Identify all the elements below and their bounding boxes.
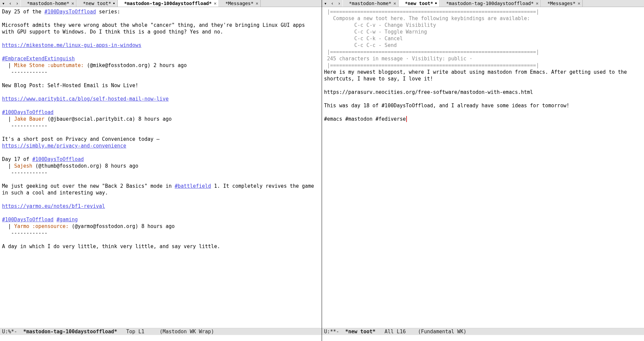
compose-rule: |=======================================… [324,8,642,15]
tab-close-icon[interactable]: × [254,0,258,7]
modeline-modes-r: (Fundamental WK) [418,328,467,335]
tab[interactable]: *mastodon-tag-100daystooffload*× [440,0,541,7]
tab[interactable]: *mastodon-tag-100daystooffload*× [118,0,219,7]
tab-scroll-right[interactable]: › [14,0,20,7]
modeline-position-r: All L16 [376,328,418,335]
hashtag[interactable]: #100DaysToOffload [44,9,96,15]
left-modeline: U:%*- *mastodon-tag-100daystooffload* To… [0,328,322,335]
compose-keybinding: C-c C-c - Send [324,42,642,49]
author-name[interactable]: Jake Bauer [14,116,44,122]
post-text: Day 17 of [2,156,32,162]
post-text: series: [96,9,120,15]
post-separator: ------------ [2,170,47,176]
right-modeline: U:**- *new toot* All L16 (Fundamental WK… [322,328,644,335]
compose-line[interactable] [324,82,642,89]
author-name[interactable]: Yarmo :opensource: [14,223,69,229]
post-separator: ------------ [2,230,47,236]
tab-label: *new toot* [405,0,433,7]
timestamp: 2 hours ago [154,62,187,68]
tab[interactable]: *mastodon-home*× [342,0,398,7]
compose-line[interactable]: This was day 18 of #100DaysToOffload, an… [324,102,642,109]
post-text: Day 25 of the [2,9,44,15]
author-pipe: | [2,116,14,122]
compose-hint: Compose a new toot here. The following k… [324,15,642,22]
modeline-prefix: U:%*- [2,328,23,335]
left-timeline-buffer[interactable]: Day 25 of the #100DaysToOffload series:M… [0,7,322,328]
tab-scroll-left-r[interactable]: ‹ [329,0,335,7]
tab-modified-dot-icon: • [433,0,437,7]
timestamp: 8 hours ago [141,223,174,229]
tab-close-icon[interactable]: × [534,0,538,7]
text-cursor-icon [406,116,407,122]
tab-label: *Messages* [547,0,576,7]
post-text [54,217,57,223]
modeline-buffer-name: *mastodon-tag-100daystooffload* [23,328,117,335]
tab-label: *mastodon-home* [27,0,69,7]
tab-label: *Messages* [225,0,254,7]
tab-scroll-left[interactable]: ‹ [7,0,13,7]
tab-label: *mastodon-tag-100daystooffload* [124,0,212,7]
left-tab-bar: ▾ ‹ › *mastodon-home*×*new toot*•*mastod… [0,0,322,7]
hashtag[interactable]: #EmbraceExtendExtinguish [2,56,75,62]
tab[interactable]: *mastodon-home*× [20,0,76,7]
compose-line[interactable]: Here is my newest blogpost, where I writ… [324,69,642,82]
tab-scroll-menu-right[interactable]: ▾ [322,0,329,7]
tab[interactable]: *new toot*• [398,0,440,7]
compose-line[interactable]: #emacs #mastodon #fediverse [324,116,642,122]
tab-label: *mastodon-home* [349,0,391,7]
author-pipe: | [2,62,14,68]
author-name[interactable]: Mike Stone :ubuntumate: [14,62,84,68]
compose-line[interactable] [324,109,642,116]
author-handle[interactable]: (@thumb@fosstodon.org) [35,163,102,169]
post-separator: ------------ [2,69,47,75]
post-text: Microsoft admits they were wrong about t… [2,22,308,35]
link[interactable]: https://simbly.me/privacy-and-convenienc… [2,143,126,149]
right-minibuffer[interactable] [322,335,644,341]
modeline-buffer-name-r: *new toot* [345,328,375,335]
author-handle[interactable]: (@yarmo@fosstodon.org) [72,223,139,229]
tab-close-icon[interactable]: × [391,0,396,7]
tab-close-icon[interactable]: × [212,0,216,7]
tab-label: *mastodon-tag-100daystooffload* [446,0,534,7]
post-text: A day in which I do very little, think v… [2,243,220,249]
modeline-position: Top L1 [117,328,159,335]
post-separator: ------------ [2,123,47,129]
tab[interactable]: *Messages*× [219,0,261,7]
link[interactable]: https://yarmo.eu/notes/bf1-revival [2,203,105,209]
compose-keybinding: C-c C-k - Cancel [324,35,642,42]
compose-keybinding: C-c C-w - Toggle Warning [324,29,642,35]
right-tab-bar: ▾ ‹ › *mastodon-home*×*new toot*•*mastod… [322,0,644,7]
author-name[interactable]: Sajesh [14,163,32,169]
post-text: Me just geeking out over the new "Back 2… [2,183,175,189]
hashtag[interactable]: #gaming [57,217,78,223]
tab-modified-dot-icon: • [111,0,115,7]
tab-label: *new toot* [83,0,111,7]
tab-close-icon[interactable]: × [69,0,74,7]
compose-status: 245 characters in message · Visibility: … [324,55,642,62]
author-pipe: | [2,223,14,229]
post-text: It's a short post on Privacy and Conveni… [2,136,160,142]
compose-keybinding: C-c C-v - Change Visibility [324,22,642,29]
hashtag[interactable]: #100DaysToOffload [2,217,54,223]
author-handle[interactable]: (@jbauer@social.paritybit.ca) [47,116,135,122]
author-handle[interactable]: (@mike@fosstodon.org) [87,62,151,68]
post-text: New Blog Post: Self-Hosted Email is Now … [2,82,138,89]
author-pipe: | [2,163,14,169]
tab[interactable]: *Messages*× [541,0,583,7]
hashtag[interactable]: #battlefield [175,183,211,189]
hashtag[interactable]: #100DaysToOffload [2,109,54,115]
tab-scroll-right-r[interactable]: › [336,0,342,7]
tab-close-icon[interactable]: × [576,0,580,7]
modeline-prefix-r: U:**- [324,328,345,335]
compose-line[interactable]: https://parasurv.neocities.org/free-soft… [324,89,642,96]
compose-buffer[interactable]: |=======================================… [322,7,644,328]
compose-line[interactable] [324,96,642,102]
compose-rule: |=======================================… [324,49,642,55]
left-minibuffer[interactable] [0,335,322,341]
hashtag[interactable]: #100DaysToOffload [32,156,84,162]
tab-scroll-menu-left[interactable]: ▾ [0,0,7,7]
tab[interactable]: *new toot*• [76,0,118,7]
link[interactable]: https://mikestone.me/linux-gui-apps-in-w… [2,42,141,48]
link[interactable]: https://www.paritybit.ca/blog/self-hoste… [2,96,169,102]
modeline-modes: (Mastodon WK Wrap) [160,328,214,335]
